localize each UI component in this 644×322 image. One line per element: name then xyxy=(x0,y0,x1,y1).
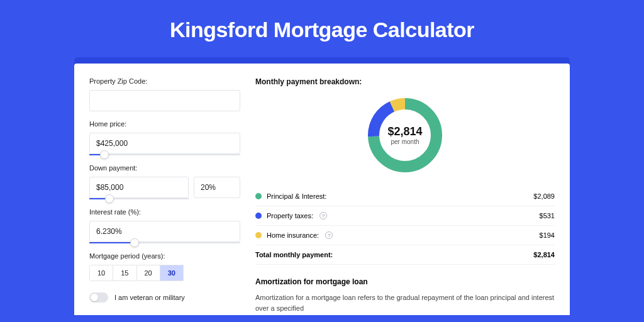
down-payment-input[interactable] xyxy=(89,177,189,198)
breakdown-value: $2,089 xyxy=(533,192,555,200)
donut-center-sub: per month xyxy=(391,138,419,145)
breakdown-label: Property taxes: xyxy=(267,212,313,219)
field-zip: Property Zip Code: xyxy=(89,77,240,111)
total-label: Total monthly payment: xyxy=(255,251,333,258)
field-down-payment: Down payment: xyxy=(89,164,240,199)
calculator-card: Property Zip Code: Home price: Down paym… xyxy=(74,64,570,315)
card-shadow: Property Zip Code: Home price: Down paym… xyxy=(74,57,570,315)
period-option-10[interactable]: 10 xyxy=(89,265,113,281)
period-option-15[interactable]: 15 xyxy=(113,265,136,281)
breakdown-title: Monthly payment breakdown: xyxy=(255,77,555,86)
total-value: $2,814 xyxy=(533,251,555,258)
donut-center-value: $2,814 xyxy=(387,125,422,138)
period-option-30[interactable]: 30 xyxy=(160,265,184,281)
total-row: Total monthly payment: $2,814 xyxy=(255,245,555,265)
page-title: Kingsford Mortgage Calculator xyxy=(0,0,644,57)
breakdown-label: Home insurance: xyxy=(267,231,319,239)
legend-dot xyxy=(255,232,262,238)
amortization-title: Amortization for mortgage loan xyxy=(255,277,555,286)
breakdown-row: Principal & Interest:$2,089 xyxy=(255,187,555,206)
down-payment-label: Down payment: xyxy=(89,164,240,172)
breakdown-panel: Monthly payment breakdown: $2,814 per mo… xyxy=(255,77,555,315)
interest-rate-label: Interest rate (%): xyxy=(89,208,240,216)
home-price-slider[interactable] xyxy=(89,154,240,155)
zip-label: Property Zip Code: xyxy=(89,77,240,85)
info-icon[interactable]: ? xyxy=(319,212,327,219)
veteran-toggle[interactable] xyxy=(89,292,108,303)
input-panel: Property Zip Code: Home price: Down paym… xyxy=(89,77,240,315)
field-mortgage-period: Mortgage period (years): 10152030 xyxy=(89,252,240,281)
breakdown-value: $531 xyxy=(540,212,555,219)
legend-dot xyxy=(255,213,262,219)
home-price-label: Home price: xyxy=(89,120,240,128)
veteran-row: I am veteran or military xyxy=(89,292,240,303)
legend-dot xyxy=(255,193,262,199)
home-price-input[interactable] xyxy=(89,133,240,154)
slider-thumb[interactable] xyxy=(100,150,109,159)
breakdown-row: Property taxes:?$531 xyxy=(255,206,555,226)
down-payment-slider[interactable] xyxy=(89,198,189,199)
breakdown-label: Principal & Interest: xyxy=(267,192,326,200)
info-icon[interactable]: ? xyxy=(325,231,333,239)
slider-thumb[interactable] xyxy=(105,194,114,203)
zip-input[interactable] xyxy=(89,90,240,111)
field-interest-rate: Interest rate (%): xyxy=(89,208,240,243)
interest-rate-input[interactable] xyxy=(89,221,240,242)
period-segmented: 10152030 xyxy=(89,265,184,281)
veteran-label: I am veteran or military xyxy=(114,294,185,301)
down-payment-pct-input[interactable] xyxy=(194,177,240,198)
field-home-price: Home price: xyxy=(89,120,240,155)
breakdown-value: $194 xyxy=(540,231,555,239)
interest-rate-slider[interactable] xyxy=(89,242,240,243)
breakdown-row: Home insurance:?$194 xyxy=(255,226,555,245)
amortization-text: Amortization for a mortgage loan refers … xyxy=(255,292,555,313)
mortgage-period-label: Mortgage period (years): xyxy=(89,252,240,260)
slider-thumb[interactable] xyxy=(130,238,139,247)
period-option-20[interactable]: 20 xyxy=(137,265,160,281)
donut-chart: $2,814 per month xyxy=(255,95,555,175)
donut-center: $2,814 per month xyxy=(365,95,445,175)
